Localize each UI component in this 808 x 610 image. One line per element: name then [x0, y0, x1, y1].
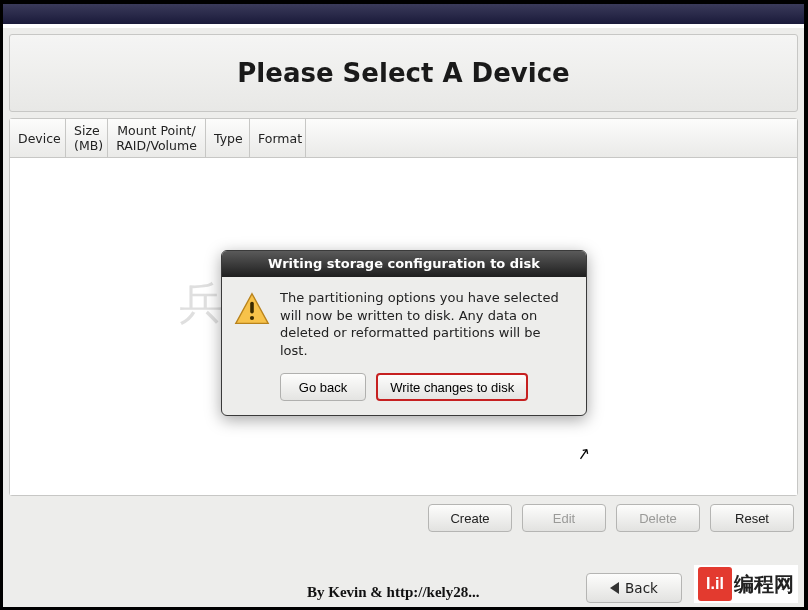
- col-size[interactable]: Size (MB): [66, 119, 108, 157]
- brand-badge: I.il 编程网: [694, 565, 798, 603]
- col-format[interactable]: Format: [250, 119, 306, 157]
- svg-point-2: [250, 316, 254, 320]
- write-changes-button[interactable]: Write changes to disk: [376, 373, 528, 401]
- reset-button[interactable]: Reset: [710, 504, 794, 532]
- header-panel: Please Select A Device: [9, 34, 798, 112]
- window-titlebar: [3, 4, 804, 24]
- col-size-l1: Size: [74, 123, 99, 138]
- col-size-l2: (MB): [74, 138, 99, 153]
- arrow-left-icon: [610, 582, 619, 594]
- dialog-body: The partitioning options you have select…: [222, 277, 586, 365]
- action-buttons: Create Edit Delete Reset: [9, 496, 798, 532]
- create-button[interactable]: Create: [428, 504, 512, 532]
- col-type[interactable]: Type: [206, 119, 250, 157]
- dialog-message: The partitioning options you have select…: [280, 289, 572, 359]
- svg-rect-1: [250, 302, 254, 314]
- col-mount-l1: Mount Point/: [116, 123, 197, 138]
- brand-logo-icon: I.il: [698, 567, 732, 601]
- dialog-title: Writing storage configuration to disk: [222, 251, 586, 277]
- edit-button: Edit: [522, 504, 606, 532]
- col-device[interactable]: Device: [10, 119, 66, 157]
- col-mount[interactable]: Mount Point/ RAID/Volume: [108, 119, 206, 157]
- page-title: Please Select A Device: [237, 58, 569, 88]
- col-mount-l2: RAID/Volume: [116, 138, 197, 153]
- credit-text: By Kevin & http://kely28...: [307, 584, 480, 601]
- warning-icon: [234, 291, 270, 327]
- dialog-buttons: Go back Write changes to disk: [222, 365, 586, 415]
- back-label: Back: [625, 580, 658, 596]
- back-button[interactable]: Back: [586, 573, 682, 603]
- go-back-button[interactable]: Go back: [280, 373, 366, 401]
- column-headers: Device Size (MB) Mount Point/ RAID/Volum…: [10, 119, 797, 158]
- delete-button: Delete: [616, 504, 700, 532]
- write-confirm-dialog: Writing storage configuration to disk Th…: [221, 250, 587, 416]
- brand-text: 编程网: [734, 571, 794, 598]
